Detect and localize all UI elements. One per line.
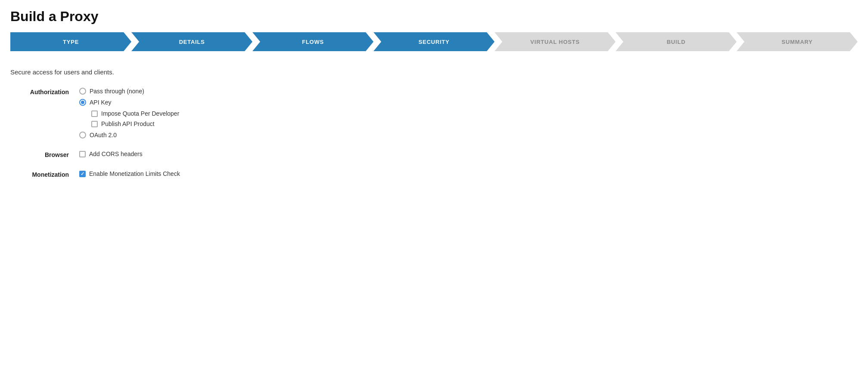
checkbox-publish-product-indicator [91, 121, 98, 127]
checkbox-add-cors-indicator [79, 151, 86, 157]
radio-oauth2-indicator [79, 132, 86, 138]
browser-section: Browser Add CORS headers [10, 151, 858, 158]
radio-api-key[interactable]: API Key [79, 99, 179, 106]
page-title: Build a Proxy [10, 9, 858, 25]
radio-pass-through[interactable]: Pass through (none) [79, 88, 179, 95]
step-details[interactable]: DETAILS [131, 32, 252, 51]
step-flows[interactable]: FLOWS [252, 32, 373, 51]
authorization-section: Authorization Pass through (none) API Ke… [10, 88, 858, 138]
checkbox-impose-quota[interactable]: Impose Quota Per Developer [91, 110, 179, 117]
radio-oauth2-label: OAuth 2.0 [90, 132, 117, 138]
step-virtual-hosts[interactable]: VIRTUAL HOSTS [495, 32, 616, 51]
radio-oauth2[interactable]: OAuth 2.0 [79, 132, 179, 138]
browser-label: Browser [10, 151, 79, 158]
monetization-controls: Enable Monetization Limits Check [79, 170, 180, 177]
step-type[interactable]: TYPE [10, 32, 131, 51]
checkbox-add-cors[interactable]: Add CORS headers [79, 151, 143, 157]
radio-pass-through-label: Pass through (none) [90, 88, 144, 95]
authorization-label: Authorization [10, 88, 79, 95]
checkbox-impose-quota-indicator [91, 111, 98, 117]
checkbox-enable-monetization-indicator [79, 171, 86, 177]
checkbox-publish-product-label: Publish API Product [101, 120, 155, 127]
monetization-label: Monetization [10, 170, 79, 178]
step-summary[interactable]: SUMMARY [737, 32, 858, 51]
api-key-sub-options: Impose Quota Per Developer Publish API P… [79, 110, 179, 127]
stepper: TYPEDETAILSFLOWSSECURITYVIRTUAL HOSTSBUI… [10, 32, 858, 51]
step-security[interactable]: SECURITY [373, 32, 494, 51]
checkbox-impose-quota-label: Impose Quota Per Developer [101, 110, 179, 117]
browser-controls: Add CORS headers [79, 151, 143, 157]
radio-pass-through-indicator [79, 88, 86, 95]
authorization-controls: Pass through (none) API Key Impose Quota… [79, 88, 179, 138]
monetization-section: Monetization Enable Monetization Limits … [10, 170, 858, 178]
section-description: Secure access for users and clients. [10, 68, 858, 76]
checkbox-enable-monetization[interactable]: Enable Monetization Limits Check [79, 170, 180, 177]
checkbox-enable-monetization-label: Enable Monetization Limits Check [89, 170, 180, 177]
checkbox-publish-product[interactable]: Publish API Product [91, 120, 179, 127]
radio-api-key-label: API Key [90, 99, 112, 106]
step-build[interactable]: BUILD [616, 32, 737, 51]
main-content: Secure access for users and clients. Aut… [10, 65, 858, 194]
radio-api-key-indicator [79, 99, 86, 106]
checkbox-add-cors-label: Add CORS headers [89, 151, 143, 157]
